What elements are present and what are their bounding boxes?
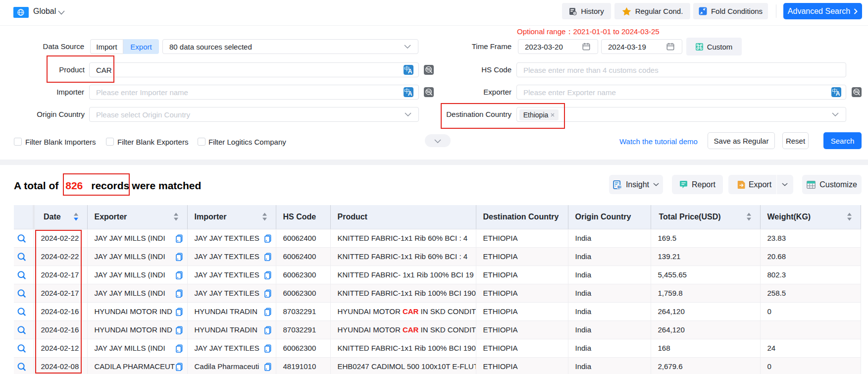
svg-text:BI: BI <box>617 185 621 189</box>
